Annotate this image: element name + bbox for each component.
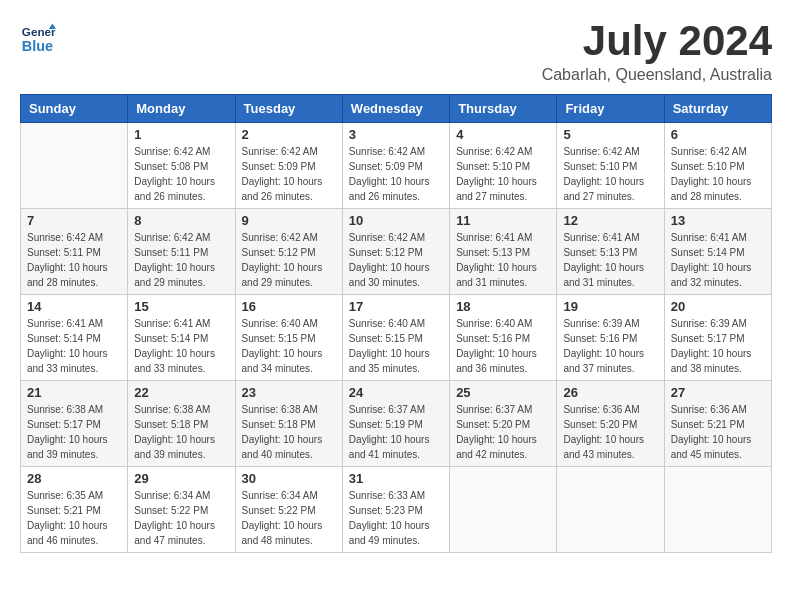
day-info: Sunrise: 6:42 AMSunset: 5:09 PMDaylight:… — [242, 144, 336, 204]
day-info: Sunrise: 6:40 AMSunset: 5:15 PMDaylight:… — [349, 316, 443, 376]
day-number: 13 — [671, 213, 765, 228]
calendar-day-cell: 12Sunrise: 6:41 AMSunset: 5:13 PMDayligh… — [557, 209, 664, 295]
day-info: Sunrise: 6:41 AMSunset: 5:13 PMDaylight:… — [456, 230, 550, 290]
calendar-day-cell: 13Sunrise: 6:41 AMSunset: 5:14 PMDayligh… — [664, 209, 771, 295]
title-block: July 2024 Cabarlah, Queensland, Australi… — [542, 20, 772, 84]
logo-icon: General Blue — [20, 20, 56, 56]
calendar-header-row: SundayMondayTuesdayWednesdayThursdayFrid… — [21, 95, 772, 123]
weekday-header-saturday: Saturday — [664, 95, 771, 123]
calendar-day-cell: 7Sunrise: 6:42 AMSunset: 5:11 PMDaylight… — [21, 209, 128, 295]
day-info: Sunrise: 6:42 AMSunset: 5:10 PMDaylight:… — [671, 144, 765, 204]
calendar-week-row: 21Sunrise: 6:38 AMSunset: 5:17 PMDayligh… — [21, 381, 772, 467]
day-number: 22 — [134, 385, 228, 400]
day-info: Sunrise: 6:34 AMSunset: 5:22 PMDaylight:… — [134, 488, 228, 548]
day-number: 31 — [349, 471, 443, 486]
day-number: 15 — [134, 299, 228, 314]
calendar-day-cell: 20Sunrise: 6:39 AMSunset: 5:17 PMDayligh… — [664, 295, 771, 381]
day-info: Sunrise: 6:41 AMSunset: 5:14 PMDaylight:… — [671, 230, 765, 290]
day-info: Sunrise: 6:38 AMSunset: 5:17 PMDaylight:… — [27, 402, 121, 462]
day-info: Sunrise: 6:42 AMSunset: 5:10 PMDaylight:… — [563, 144, 657, 204]
calendar-day-cell: 4Sunrise: 6:42 AMSunset: 5:10 PMDaylight… — [450, 123, 557, 209]
day-number: 10 — [349, 213, 443, 228]
calendar-day-cell: 3Sunrise: 6:42 AMSunset: 5:09 PMDaylight… — [342, 123, 449, 209]
logo: General Blue — [20, 20, 56, 56]
calendar-day-cell: 8Sunrise: 6:42 AMSunset: 5:11 PMDaylight… — [128, 209, 235, 295]
day-number: 18 — [456, 299, 550, 314]
calendar-table: SundayMondayTuesdayWednesdayThursdayFrid… — [20, 94, 772, 553]
day-info: Sunrise: 6:38 AMSunset: 5:18 PMDaylight:… — [242, 402, 336, 462]
day-number: 3 — [349, 127, 443, 142]
day-number: 2 — [242, 127, 336, 142]
calendar-day-cell: 1Sunrise: 6:42 AMSunset: 5:08 PMDaylight… — [128, 123, 235, 209]
day-info: Sunrise: 6:33 AMSunset: 5:23 PMDaylight:… — [349, 488, 443, 548]
day-info: Sunrise: 6:41 AMSunset: 5:13 PMDaylight:… — [563, 230, 657, 290]
day-number: 25 — [456, 385, 550, 400]
day-number: 24 — [349, 385, 443, 400]
day-number: 19 — [563, 299, 657, 314]
calendar-day-cell: 16Sunrise: 6:40 AMSunset: 5:15 PMDayligh… — [235, 295, 342, 381]
day-number: 12 — [563, 213, 657, 228]
weekday-header-friday: Friday — [557, 95, 664, 123]
day-info: Sunrise: 6:38 AMSunset: 5:18 PMDaylight:… — [134, 402, 228, 462]
day-info: Sunrise: 6:36 AMSunset: 5:20 PMDaylight:… — [563, 402, 657, 462]
day-info: Sunrise: 6:40 AMSunset: 5:16 PMDaylight:… — [456, 316, 550, 376]
calendar-day-cell: 18Sunrise: 6:40 AMSunset: 5:16 PMDayligh… — [450, 295, 557, 381]
calendar-day-cell: 30Sunrise: 6:34 AMSunset: 5:22 PMDayligh… — [235, 467, 342, 553]
day-info: Sunrise: 6:42 AMSunset: 5:08 PMDaylight:… — [134, 144, 228, 204]
calendar-day-cell: 6Sunrise: 6:42 AMSunset: 5:10 PMDaylight… — [664, 123, 771, 209]
calendar-day-cell: 31Sunrise: 6:33 AMSunset: 5:23 PMDayligh… — [342, 467, 449, 553]
calendar-day-cell: 29Sunrise: 6:34 AMSunset: 5:22 PMDayligh… — [128, 467, 235, 553]
calendar-day-cell: 26Sunrise: 6:36 AMSunset: 5:20 PMDayligh… — [557, 381, 664, 467]
calendar-day-cell: 2Sunrise: 6:42 AMSunset: 5:09 PMDaylight… — [235, 123, 342, 209]
calendar-day-cell: 27Sunrise: 6:36 AMSunset: 5:21 PMDayligh… — [664, 381, 771, 467]
calendar-day-cell: 28Sunrise: 6:35 AMSunset: 5:21 PMDayligh… — [21, 467, 128, 553]
day-info: Sunrise: 6:34 AMSunset: 5:22 PMDaylight:… — [242, 488, 336, 548]
day-info: Sunrise: 6:42 AMSunset: 5:12 PMDaylight:… — [242, 230, 336, 290]
calendar-day-cell: 24Sunrise: 6:37 AMSunset: 5:19 PMDayligh… — [342, 381, 449, 467]
calendar-day-cell: 22Sunrise: 6:38 AMSunset: 5:18 PMDayligh… — [128, 381, 235, 467]
calendar-day-cell: 15Sunrise: 6:41 AMSunset: 5:14 PMDayligh… — [128, 295, 235, 381]
day-info: Sunrise: 6:42 AMSunset: 5:10 PMDaylight:… — [456, 144, 550, 204]
day-number: 20 — [671, 299, 765, 314]
day-info: Sunrise: 6:42 AMSunset: 5:11 PMDaylight:… — [134, 230, 228, 290]
day-info: Sunrise: 6:39 AMSunset: 5:16 PMDaylight:… — [563, 316, 657, 376]
day-number: 28 — [27, 471, 121, 486]
calendar-day-cell: 17Sunrise: 6:40 AMSunset: 5:15 PMDayligh… — [342, 295, 449, 381]
day-info: Sunrise: 6:41 AMSunset: 5:14 PMDaylight:… — [27, 316, 121, 376]
weekday-header-wednesday: Wednesday — [342, 95, 449, 123]
svg-text:Blue: Blue — [22, 38, 53, 54]
day-info: Sunrise: 6:41 AMSunset: 5:14 PMDaylight:… — [134, 316, 228, 376]
day-info: Sunrise: 6:42 AMSunset: 5:09 PMDaylight:… — [349, 144, 443, 204]
day-info: Sunrise: 6:42 AMSunset: 5:12 PMDaylight:… — [349, 230, 443, 290]
day-number: 8 — [134, 213, 228, 228]
weekday-header-monday: Monday — [128, 95, 235, 123]
day-number: 9 — [242, 213, 336, 228]
calendar-day-cell: 23Sunrise: 6:38 AMSunset: 5:18 PMDayligh… — [235, 381, 342, 467]
calendar-day-cell: 19Sunrise: 6:39 AMSunset: 5:16 PMDayligh… — [557, 295, 664, 381]
calendar-week-row: 7Sunrise: 6:42 AMSunset: 5:11 PMDaylight… — [21, 209, 772, 295]
calendar-week-row: 28Sunrise: 6:35 AMSunset: 5:21 PMDayligh… — [21, 467, 772, 553]
day-number: 5 — [563, 127, 657, 142]
calendar-day-cell: 21Sunrise: 6:38 AMSunset: 5:17 PMDayligh… — [21, 381, 128, 467]
day-info: Sunrise: 6:35 AMSunset: 5:21 PMDaylight:… — [27, 488, 121, 548]
page-header: General Blue July 2024 Cabarlah, Queensl… — [20, 20, 772, 84]
day-info: Sunrise: 6:40 AMSunset: 5:15 PMDaylight:… — [242, 316, 336, 376]
day-number: 30 — [242, 471, 336, 486]
calendar-day-cell: 14Sunrise: 6:41 AMSunset: 5:14 PMDayligh… — [21, 295, 128, 381]
calendar-day-cell: 11Sunrise: 6:41 AMSunset: 5:13 PMDayligh… — [450, 209, 557, 295]
calendar-day-cell: 25Sunrise: 6:37 AMSunset: 5:20 PMDayligh… — [450, 381, 557, 467]
day-number: 21 — [27, 385, 121, 400]
calendar-day-cell — [557, 467, 664, 553]
day-number: 23 — [242, 385, 336, 400]
calendar-day-cell — [664, 467, 771, 553]
calendar-day-cell: 10Sunrise: 6:42 AMSunset: 5:12 PMDayligh… — [342, 209, 449, 295]
day-number: 29 — [134, 471, 228, 486]
location-subtitle: Cabarlah, Queensland, Australia — [542, 66, 772, 84]
day-number: 6 — [671, 127, 765, 142]
calendar-day-cell — [450, 467, 557, 553]
weekday-header-sunday: Sunday — [21, 95, 128, 123]
day-number: 1 — [134, 127, 228, 142]
weekday-header-tuesday: Tuesday — [235, 95, 342, 123]
day-info: Sunrise: 6:37 AMSunset: 5:19 PMDaylight:… — [349, 402, 443, 462]
day-number: 4 — [456, 127, 550, 142]
